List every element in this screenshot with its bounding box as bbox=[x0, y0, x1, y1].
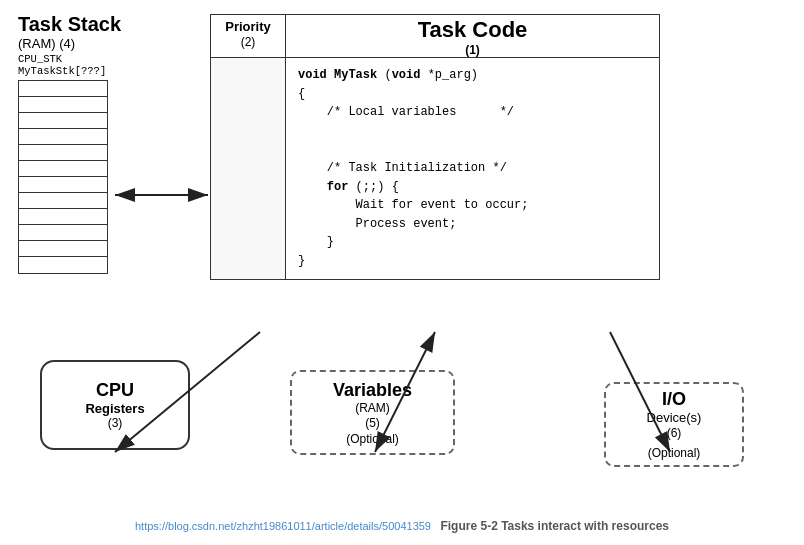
diagram-container: Task Stack (RAM) (4) CPU_STK MyTaskStk[?… bbox=[0, 0, 804, 545]
figure-url: https://blog.csdn.net/zhzht19861011/arti… bbox=[135, 520, 437, 532]
code-line-7: for (;;) { bbox=[298, 178, 647, 197]
stack-row bbox=[19, 113, 107, 129]
task-stack-subtitle: (RAM) (4) bbox=[18, 36, 148, 51]
code-cell: void MyTask (void *p_arg) { /* Local var… bbox=[286, 58, 660, 280]
code-line-5 bbox=[298, 140, 647, 159]
io-box: I/O Device(s) (6) (Optional) bbox=[604, 382, 744, 467]
stack-row bbox=[19, 129, 107, 145]
code-line-6: /* Task Initialization */ bbox=[298, 159, 647, 178]
code-line-3: /* Local variables */ bbox=[298, 103, 647, 122]
cpu-box: CPU Registers (3) bbox=[40, 360, 190, 450]
figure-caption-text: Figure 5-2 Tasks interact with resources bbox=[440, 519, 669, 533]
task-stack-label: CPU_STK MyTaskStk[???] bbox=[18, 53, 148, 77]
code-line-2: { bbox=[298, 85, 647, 104]
stack-row bbox=[19, 257, 107, 273]
code-line-8: Wait for event to occur; bbox=[298, 196, 647, 215]
figure-caption: https://blog.csdn.net/zhzht19861011/arti… bbox=[0, 519, 804, 533]
stack-row bbox=[19, 97, 107, 113]
stack-row bbox=[19, 177, 107, 193]
stack-row bbox=[19, 145, 107, 161]
main-table: Priority (2) Task Code (1) void MyTask (… bbox=[210, 14, 660, 280]
stack-row bbox=[19, 193, 107, 209]
taskcode-header: Task Code (1) bbox=[286, 15, 660, 58]
code-line-4 bbox=[298, 122, 647, 141]
variables-box: Variables (RAM) (5) (Optional) bbox=[290, 370, 455, 455]
stack-row bbox=[19, 161, 107, 177]
stack-row bbox=[19, 241, 107, 257]
code-line-9: Process event; bbox=[298, 215, 647, 234]
stack-row bbox=[19, 225, 107, 241]
code-line-11: } bbox=[298, 252, 647, 271]
stack-box bbox=[18, 80, 108, 274]
priority-header: Priority (2) bbox=[211, 15, 286, 58]
code-line-10: } bbox=[298, 233, 647, 252]
code-line-1: void MyTask (void *p_arg) bbox=[298, 66, 647, 85]
task-stack-section: Task Stack (RAM) (4) CPU_STK MyTaskStk[?… bbox=[18, 12, 148, 274]
task-stack-title: Task Stack bbox=[18, 12, 148, 36]
stack-row bbox=[19, 209, 107, 225]
priority-cell bbox=[211, 58, 286, 280]
stack-row bbox=[19, 81, 107, 97]
